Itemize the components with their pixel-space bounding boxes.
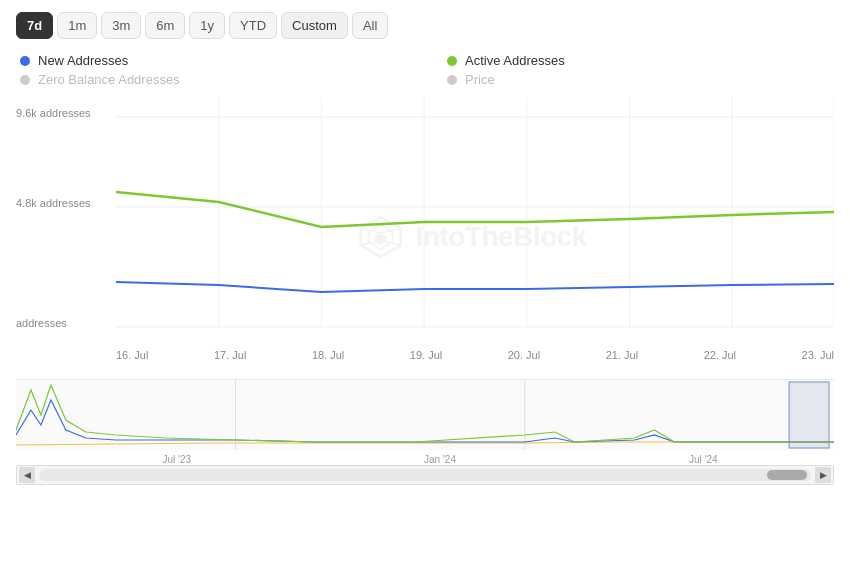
x-label: 20. Jul [508,349,540,361]
x-axis: 16. Jul17. Jul18. Jul19. Jul20. Jul21. J… [116,349,834,377]
legend-item-zero-balance-addresses: Zero Balance Addresses [20,72,407,87]
scroll-thumb[interactable] [767,470,807,480]
mini-x-label-1: Jul '23 [162,454,191,465]
legend-item-new-addresses: New Addresses [20,53,407,68]
legend-dot [20,75,30,85]
chart-svg-container [116,97,834,347]
legend-label: Price [465,72,495,87]
legend: New AddressesActive AddressesZero Balanc… [16,53,834,87]
main-chart-area: 9.6k addresses 4.8k addresses addresses … [16,97,834,377]
mini-x-label-2: Jan '24 [424,454,456,465]
time-btn-custom[interactable]: Custom [281,12,348,39]
x-label: 21. Jul [606,349,638,361]
svg-rect-20 [789,382,829,448]
legend-dot [20,56,30,66]
x-label: 16. Jul [116,349,148,361]
time-btn-ytd[interactable]: YTD [229,12,277,39]
legend-label: Active Addresses [465,53,565,68]
mini-chart-container: Jul '23 Jan '24 Jul '24 ◀ ▶ [16,379,834,469]
legend-item-active-addresses: Active Addresses [447,53,834,68]
legend-dot [447,75,457,85]
y-label-mid: 4.8k addresses [16,197,91,209]
mini-x-label-3: Jul '24 [689,454,718,465]
legend-item-price: Price [447,72,834,87]
time-range-bar: 7d1m3m6m1yYTDCustomAll [16,12,834,39]
legend-label: Zero Balance Addresses [38,72,180,87]
time-btn-7d[interactable]: 7d [16,12,53,39]
time-btn-1y[interactable]: 1y [189,12,225,39]
x-label: 19. Jul [410,349,442,361]
scroll-right-arrow[interactable]: ▶ [815,467,831,483]
x-label: 22. Jul [704,349,736,361]
x-label: 18. Jul [312,349,344,361]
time-btn-all[interactable]: All [352,12,388,39]
time-btn-3m[interactable]: 3m [101,12,141,39]
y-label-bottom: addresses [16,317,67,329]
x-label: 17. Jul [214,349,246,361]
main-container: 7d1m3m6m1yYTDCustomAll New AddressesActi… [0,0,850,567]
legend-dot [447,56,457,66]
time-btn-6m[interactable]: 6m [145,12,185,39]
legend-label: New Addresses [38,53,128,68]
scroll-track[interactable] [39,469,811,481]
mini-x-axis: Jul '23 Jan '24 Jul '24 [16,454,834,465]
y-label-top: 9.6k addresses [16,107,91,119]
x-label: 23. Jul [802,349,834,361]
time-btn-1m[interactable]: 1m [57,12,97,39]
scroll-left-arrow[interactable]: ◀ [19,467,35,483]
scrollbar[interactable]: ◀ ▶ [16,465,834,485]
